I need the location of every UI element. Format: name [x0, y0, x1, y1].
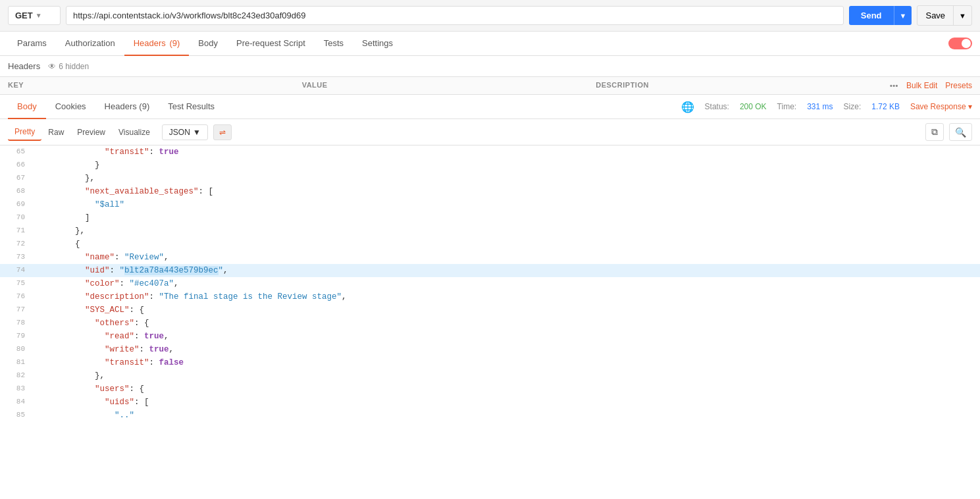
send-button-group: Send ▼	[849, 6, 912, 25]
line-content: },	[33, 224, 980, 238]
line-number: 66	[0, 159, 33, 171]
json-line: 70 ]	[0, 211, 980, 224]
time-value: 331 ms	[807, 102, 833, 111]
line-number: 79	[0, 330, 33, 342]
json-line: 84 "uids": [	[0, 396, 980, 409]
resp-tab-body[interactable]: Body	[8, 95, 46, 119]
send-button[interactable]: Send	[849, 6, 894, 25]
json-line: 72 {	[0, 238, 980, 251]
line-number: 81	[0, 356, 33, 369]
tab-body[interactable]: Body	[189, 32, 227, 56]
line-number: 76	[0, 290, 33, 303]
line-number: 71	[0, 224, 33, 237]
line-number: 83	[0, 382, 33, 395]
send-dropdown-button[interactable]: ▼	[894, 6, 912, 25]
tab-settings[interactable]: Settings	[353, 32, 402, 56]
line-content: "others": {	[33, 317, 980, 330]
more-options-icon[interactable]: •••	[890, 82, 898, 90]
format-chevron-icon: ▼	[193, 128, 201, 137]
json-content-area[interactable]: 65 "transit": true66 }67 },68 "next_avai…	[0, 145, 980, 473]
tab-authorization[interactable]: Authorization	[56, 32, 124, 56]
tab-tests[interactable]: Tests	[315, 32, 353, 56]
json-line: 78 "others": {	[0, 317, 980, 330]
method-chevron-icon: ▼	[36, 12, 42, 19]
line-content: {	[33, 238, 980, 251]
line-content: "next_available_stages": [	[33, 185, 980, 198]
col-value: VALUE	[302, 81, 596, 90]
json-line: 75 "color": "#ec407a",	[0, 277, 980, 290]
line-number: 69	[0, 198, 33, 211]
url-input[interactable]	[66, 6, 844, 25]
line-number: 85	[0, 409, 33, 421]
hidden-headers-badge[interactable]: 👁 6 hidden	[48, 62, 89, 71]
line-content: "write": true,	[33, 343, 980, 356]
eye-icon: 👁	[48, 62, 56, 71]
search-button[interactable]: 🔍	[949, 123, 972, 141]
json-line: 80 "write": true,	[0, 343, 980, 356]
json-line: 65 "transit": true	[0, 145, 980, 159]
line-number: 80	[0, 343, 33, 355]
table-header: KEY VALUE DESCRIPTION ••• Bulk Edit Pres…	[0, 77, 980, 95]
wrap-button[interactable]: ⇌	[213, 124, 232, 140]
method-select[interactable]: GET ▼	[8, 6, 61, 25]
json-line: 66 }	[0, 159, 980, 172]
request-tab-bar: Params Authorization Headers (9) Body Pr…	[0, 32, 980, 56]
json-line: 76 "description": "The final stage is th…	[0, 290, 980, 303]
line-content: "transit": false	[33, 356, 980, 369]
copy-button[interactable]: ⧉	[925, 123, 944, 141]
fmt-tab-visualize[interactable]: Visualize	[112, 124, 157, 140]
tab-headers[interactable]: Headers (9)	[124, 32, 190, 56]
bulk-edit-button[interactable]: Bulk Edit	[906, 81, 937, 90]
save-button[interactable]: Save	[917, 6, 954, 25]
line-number: 67	[0, 172, 33, 184]
resp-tab-headers[interactable]: Headers (9)	[95, 95, 159, 119]
json-line: 68 "next_available_stages": [	[0, 185, 980, 198]
line-content: "$all"	[33, 198, 980, 211]
line-number: 84	[0, 396, 33, 408]
response-status-bar: 🌐 Status: 200 OK Time: 331 ms Size: 1.72…	[681, 101, 972, 113]
line-content: "transit": true	[33, 145, 980, 159]
save-response-button[interactable]: Save Response ▾	[910, 102, 972, 111]
fmt-tab-preview[interactable]: Preview	[70, 124, 112, 140]
json-line: 71 },	[0, 224, 980, 238]
json-line: 79 "read": true,	[0, 330, 980, 343]
line-content: "color": "#ec407a",	[33, 277, 980, 290]
line-content: }	[33, 159, 980, 172]
line-number: 65	[0, 145, 33, 158]
line-number: 70	[0, 211, 33, 224]
toggle-switch[interactable]	[948, 38, 972, 49]
json-line: 82 },	[0, 369, 980, 382]
line-number: 75	[0, 277, 33, 290]
tab-params[interactable]: Params	[8, 32, 56, 56]
format-select[interactable]: JSON ▼	[162, 124, 208, 140]
json-line: 81 "transit": false	[0, 356, 980, 369]
line-number: 72	[0, 238, 33, 250]
line-content: "name": "Review",	[33, 251, 980, 264]
globe-icon: 🌐	[681, 101, 694, 113]
line-content: "uids": [	[33, 396, 980, 409]
resp-tab-test-results[interactable]: Test Results	[159, 95, 224, 119]
col-key: KEY	[8, 81, 302, 90]
size-value: 1.72 KB	[871, 102, 900, 111]
line-content: },	[33, 369, 980, 382]
tab-prerequest[interactable]: Pre-request Script	[227, 32, 315, 56]
line-number: 82	[0, 369, 33, 382]
line-number: 68	[0, 185, 33, 197]
json-line: 67 },	[0, 172, 980, 185]
response-tab-bar: Body Cookies Headers (9) Test Results 🌐 …	[0, 95, 980, 119]
fmt-tab-pretty[interactable]: Pretty	[8, 124, 41, 141]
save-dropdown-button[interactable]: ▼	[954, 6, 971, 25]
format-right-actions: ⧉ 🔍	[925, 123, 972, 141]
resp-tab-cookies[interactable]: Cookies	[46, 95, 95, 119]
format-bar: Pretty Raw Preview Visualize JSON ▼ ⇌ ⧉ …	[0, 119, 980, 145]
line-content: "users": {	[33, 382, 980, 396]
json-line: 83 "users": {	[0, 382, 980, 396]
method-label: GET	[15, 11, 33, 20]
line-number: 78	[0, 317, 33, 329]
line-number: 77	[0, 303, 33, 316]
line-content: },	[33, 172, 980, 185]
headers-label: Headers	[8, 61, 40, 71]
copy-icon: ⧉	[931, 126, 938, 137]
fmt-tab-raw[interactable]: Raw	[41, 124, 70, 140]
presets-button[interactable]: Presets	[945, 81, 972, 90]
